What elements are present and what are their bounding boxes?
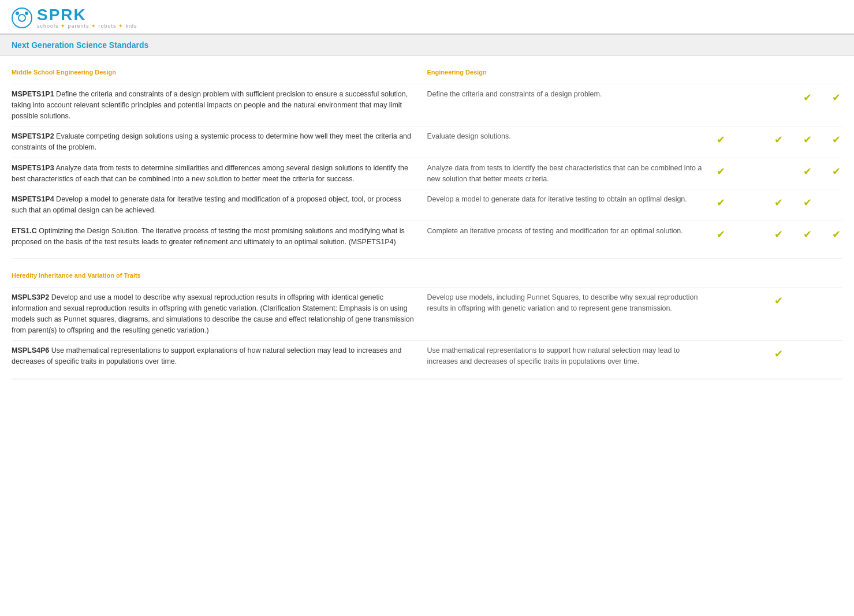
left-col-0-2: MSPETS1P3 Analyze data from tests to det…	[12, 163, 427, 185]
svg-point-0	[12, 8, 32, 28]
checkmark-icon	[774, 229, 783, 240]
standard-description: Complete an iterative process of testing…	[427, 226, 715, 237]
right-col-0-1: Evaluate design solutions.✔	[427, 131, 843, 146]
page-title-bar: Next Generation Science Standards	[0, 35, 854, 56]
checkmark-icon	[774, 348, 783, 360]
right-col-0-0: Define the criteria and constraints of a…	[427, 89, 843, 104]
check-slot-0: ✔	[714, 348, 727, 360]
logo-tagline: schools ✦ parents ✦ robots ✦ kids	[37, 23, 137, 29]
right-col-0-3: Develop a model to generate data for ite…	[427, 194, 843, 209]
checkmark-icon	[717, 134, 725, 145]
checkmark-icon	[803, 166, 812, 177]
section-right-header-1	[427, 272, 843, 279]
checkmark-icon	[774, 134, 783, 145]
check-slot-1: ✔	[743, 228, 756, 241]
check-slot-3: ✔	[801, 294, 814, 307]
standard-code: MSPETS1P4	[12, 195, 54, 203]
right-col-0-4: Complete an iterative process of testing…	[427, 226, 843, 241]
standard-description: Use mathematical representations to supp…	[427, 345, 715, 367]
check-slot-4: ✔	[830, 294, 842, 307]
section-heredity: Heredity Inheritance and Variation of Tr…	[12, 259, 842, 379]
check-slot-4: ✔	[830, 196, 842, 209]
checkmark-icon	[803, 229, 812, 240]
left-col-1-0: MSPLS3P2 Develop and use a model to desc…	[12, 292, 427, 335]
checkmark-icon	[717, 166, 725, 177]
check-columns: ✔✔✔✔	[714, 345, 842, 360]
check-columns: ✔✔✔	[714, 89, 842, 104]
left-col-0-1: MSPETS1P2 Evaluate competing design solu…	[12, 131, 427, 153]
left-col-0-0: MSPETS1P1 Define the criteria and constr…	[12, 89, 427, 121]
left-col-0-4: ETS1.C Optimizing the Design Solution. T…	[12, 226, 427, 248]
table-row: MSPLS3P2 Develop and use a model to desc…	[12, 287, 842, 340]
check-slot-3: ✔	[801, 348, 814, 360]
check-slot-3	[801, 91, 814, 104]
check-slot-2	[772, 348, 785, 360]
check-slot-3	[801, 165, 814, 178]
section-right-header-0: Engineering Design	[427, 69, 843, 76]
check-slot-1: ✔	[743, 133, 756, 146]
check-slot-2	[772, 133, 785, 146]
standard-code: MSPETS1P3	[12, 164, 54, 172]
check-slot-3	[801, 133, 814, 146]
checkmark-icon	[774, 197, 783, 208]
check-slot-4: ✔	[830, 348, 842, 360]
check-slot-0	[714, 133, 727, 146]
check-slot-2	[772, 196, 785, 209]
check-columns: ✔✔	[714, 194, 842, 209]
check-slot-4	[830, 228, 842, 241]
check-slot-4	[830, 133, 842, 146]
check-slot-0	[714, 196, 727, 209]
left-col-0-3: MSPETS1P4 Develop a model to generate da…	[12, 194, 427, 216]
check-slot-1: ✔	[743, 91, 756, 104]
svg-point-3	[25, 12, 28, 15]
standard-code: MSPLS3P2	[12, 293, 49, 301]
check-slot-4	[830, 91, 842, 104]
standard-description: Develop use models, including Punnet Squ…	[427, 292, 715, 314]
check-columns: ✔	[714, 131, 842, 146]
check-slot-3	[801, 228, 814, 241]
standard-description: Develop a model to generate data for ite…	[427, 194, 715, 205]
standard-code: MSPETS1P2	[12, 132, 54, 140]
check-slot-1: ✔	[743, 294, 756, 307]
page-title: Next Generation Science Standards	[12, 40, 148, 50]
standard-description: Evaluate design solutions.	[427, 131, 715, 142]
table-row: MSPETS1P2 Evaluate competing design solu…	[12, 126, 842, 158]
check-columns: ✔✔✔✔	[714, 292, 842, 307]
table-row: MSPETS1P1 Define the criteria and constr…	[12, 84, 842, 126]
standard-description: Analyze data from tests to identify the …	[427, 163, 715, 185]
standard-code: ETS1.C	[12, 227, 37, 235]
check-slot-2: ✔	[772, 91, 785, 104]
standard-code: MSPETS1P1	[12, 90, 54, 98]
check-slot-3	[801, 196, 814, 209]
main-content: Middle School Engineering DesignEngineer…	[0, 56, 854, 379]
checkmark-icon	[832, 134, 841, 145]
table-row: MSPETS1P4 Develop a model to generate da…	[12, 189, 842, 221]
right-col-0-2: Analyze data from tests to identify the …	[427, 163, 843, 185]
checkmark-icon	[832, 229, 841, 240]
check-columns: ✔	[714, 226, 842, 241]
left-col-1-1: MSPLS4P6 Use mathematical representation…	[12, 345, 427, 367]
section-left-header-0: Middle School Engineering Design	[12, 69, 427, 76]
checkmark-icon	[803, 134, 812, 145]
check-slot-1: ✔	[743, 196, 756, 209]
check-slot-1: ✔	[743, 348, 756, 360]
svg-point-1	[18, 14, 25, 21]
table-row: MSPETS1P3 Analyze data from tests to det…	[12, 158, 842, 189]
section-left-header-1: Heredity Inheritance and Variation of Tr…	[12, 272, 427, 279]
standard-description: Define the criteria and constraints of a…	[427, 89, 715, 100]
right-col-1-1: Use mathematical representations to supp…	[427, 345, 843, 367]
table-row: ETS1.C Optimizing the Design Solution. T…	[12, 221, 842, 252]
check-slot-2: ✔	[772, 165, 785, 178]
check-slot-0: ✔	[714, 91, 727, 104]
check-slot-4	[830, 165, 842, 178]
logo-sprk-text: SPRK	[37, 7, 137, 23]
check-slot-1: ✔	[743, 165, 756, 178]
logo-container: SPRK schools ✦ parents ✦ robots ✦ kids	[12, 7, 137, 29]
checkmark-icon	[832, 166, 841, 177]
checkmark-icon	[774, 295, 783, 307]
checkmark-icon	[717, 229, 725, 240]
check-slot-0	[714, 165, 727, 178]
check-slot-2	[772, 228, 785, 241]
header: SPRK schools ✦ parents ✦ robots ✦ kids	[0, 0, 854, 35]
check-slot-0	[714, 228, 727, 241]
